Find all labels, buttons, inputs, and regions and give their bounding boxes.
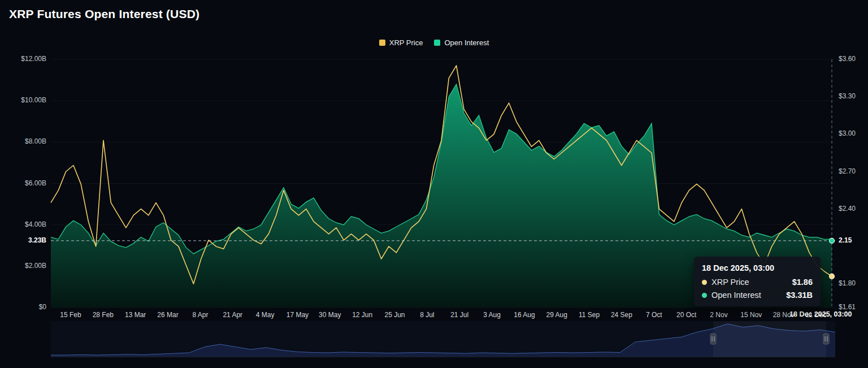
open-interest-dot-icon: [702, 293, 707, 298]
x-axis-tick: 7 Oct: [636, 311, 672, 319]
navigator-selected-range[interactable]: [713, 321, 826, 357]
x-axis-tick: 21 Jul: [441, 311, 478, 319]
open-interest-current-dot: [830, 238, 835, 243]
y-axis-tick-right: $3.30: [839, 92, 856, 100]
x-axis-tick: 29 Aug: [539, 311, 575, 319]
x-axis-tick: 15 Nov: [733, 311, 769, 319]
tooltip-row-open-interest: Open Interest $3.31B: [702, 291, 813, 300]
x-axis-tick: 11 Sep: [571, 311, 607, 319]
legend: XRP Price Open Interest: [0, 38, 868, 47]
y-axis-tick-right: $1.61: [839, 303, 856, 311]
legend-item-xrp-price[interactable]: XRP Price: [379, 38, 423, 47]
x-axis-tick: 2 Nov: [701, 311, 737, 319]
x-axis-tick: 26 Mar: [150, 311, 186, 319]
navigator-right-handle[interactable]: [823, 334, 829, 344]
y-axis-tick-left: $6.00B: [0, 179, 46, 187]
x-axis-tick: 8 Apr: [182, 311, 218, 319]
x-axis-tick: 16 Aug: [506, 311, 542, 319]
tooltip: 18 Dec 2025, 03:00 XRP Price $1.86 Open …: [694, 257, 821, 306]
x-axis-tick: 20 Oct: [669, 311, 705, 319]
tooltip-label: XRP Price: [711, 278, 749, 287]
y-axis-tick-left: $4.00B: [0, 220, 46, 228]
y-axis-tick-left: $8.00B: [0, 137, 46, 145]
page-title: XRP Futures Open Interest (USD): [9, 7, 199, 21]
tooltip-row-xrp-price: XRP Price $1.86: [702, 278, 813, 287]
x-axis-tick: 17 May: [279, 311, 315, 319]
y-axis-tick-left: $12.00B: [0, 55, 46, 63]
y-axis-tick-right: $1.80: [839, 279, 856, 287]
oi-current-value-left-badge: 3.23B: [0, 236, 46, 244]
navigator-left-handle[interactable]: [710, 334, 716, 344]
open-interest-swatch-icon: [434, 40, 440, 46]
y-axis-tick-right: $3.60: [839, 55, 856, 63]
xrp-price-swatch-icon: [379, 40, 385, 46]
x-axis-tick: 12 Jun: [344, 311, 380, 319]
x-axis-tick: 13 Mar: [118, 311, 154, 319]
x-axis-tick: 21 Apr: [215, 311, 251, 319]
legend-item-open-interest[interactable]: Open Interest: [434, 38, 489, 47]
y-axis-tick-left: $10.00B: [0, 96, 46, 104]
y-axis-tick-right: $2.70: [839, 167, 856, 175]
x-axis-tick: 28 Feb: [85, 311, 121, 319]
tooltip-label: Open Interest: [711, 291, 761, 300]
x-axis-tick: 24 Sep: [604, 311, 640, 319]
y-axis-tick-left: $0: [0, 303, 46, 311]
tooltip-value: $1.86: [792, 278, 813, 287]
oi-current-value-right-badge: 2.15: [839, 236, 852, 244]
legend-label-xrp-price: XRP Price: [389, 38, 423, 47]
x-axis-tick: 15 Feb: [53, 311, 89, 319]
legend-label-open-interest: Open Interest: [444, 38, 489, 47]
tooltip-title: 18 Dec 2025, 03:00: [702, 263, 813, 272]
xrp-price-dot-icon: [702, 280, 707, 285]
y-axis-tick-right: $3.00: [839, 129, 856, 137]
crosshair-time-label: 18 Dec 2025, 03:00: [789, 310, 852, 318]
xrp-price-hover-dot: [830, 274, 835, 279]
x-axis-tick: 30 May: [312, 311, 348, 319]
chart-panel: XRP Futures Open Interest (USD) XRP Pric…: [0, 0, 868, 368]
y-axis-tick-left: $2.00B: [0, 262, 46, 270]
x-axis-tick: 8 Jul: [409, 311, 445, 319]
x-axis-tick: 25 Jun: [377, 311, 413, 319]
y-axis-tick-right: $2.40: [839, 205, 856, 213]
tooltip-value: $3.31B: [786, 291, 813, 300]
x-axis-tick: 4 May: [247, 311, 283, 319]
x-axis-tick: 3 Aug: [474, 311, 510, 319]
